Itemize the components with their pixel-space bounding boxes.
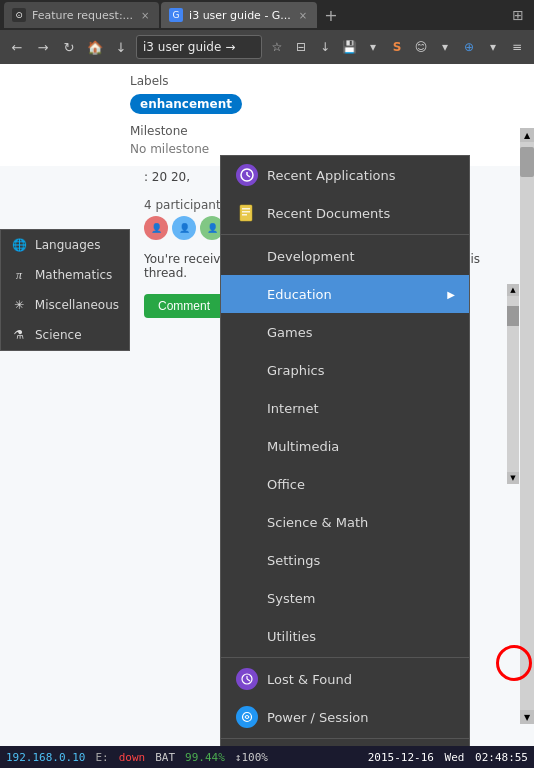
utilities-label: Utilities: [267, 629, 316, 644]
tab-grid-icon[interactable]: ⊞: [506, 3, 530, 27]
graphics-icon: [235, 358, 259, 382]
enhancement-badge: enhancement: [130, 94, 242, 114]
inner-scroll-thumb[interactable]: [507, 306, 519, 326]
science-math-label: Science & Math: [267, 515, 368, 530]
forward-button[interactable]: →: [32, 36, 54, 58]
menu-recent-docs[interactable]: Recent Documents: [221, 194, 469, 232]
tab-2-favicon: G: [169, 8, 183, 22]
multimedia-icon: [235, 434, 259, 458]
development-label: Development: [267, 249, 355, 264]
stumble-icon[interactable]: S: [386, 36, 408, 58]
bookmark-icon[interactable]: ☆: [266, 36, 288, 58]
menu-power-icons[interactable]: [221, 741, 469, 746]
go-button[interactable]: →: [225, 40, 235, 54]
scroll-thumb[interactable]: [520, 147, 534, 177]
tab-2-close[interactable]: ×: [297, 9, 309, 21]
games-icon: [235, 320, 259, 344]
bookmark-manager-icon[interactable]: 💾: [338, 36, 360, 58]
menu-divider-1: [221, 234, 469, 235]
recent-docs-icon: [235, 201, 259, 225]
menu-graphics[interactable]: Graphics: [221, 351, 469, 389]
graphics-label: Graphics: [267, 363, 324, 378]
red-circle-indicator: [496, 645, 532, 681]
menu-internet[interactable]: Internet: [221, 389, 469, 427]
nav-extras: ☆ ⊟ ↓ 💾 ▾ S 😊 ▾ ⊕ ▾ ≡: [266, 36, 528, 58]
tab-1[interactable]: ⊙ Feature request:... ×: [4, 2, 159, 28]
games-label: Games: [267, 325, 312, 340]
recent-docs-label: Recent Documents: [267, 206, 390, 221]
apps-icon[interactable]: ⊕: [458, 36, 480, 58]
inner-scrollbar[interactable]: ▲ ▼: [507, 284, 519, 484]
inner-scroll-down[interactable]: ▼: [507, 472, 519, 484]
education-label: Education: [267, 287, 332, 302]
nav-bar: ← → ↻ 🏠 ↓ i3 user guide → ☆ ⊟ ↓ 💾 ▾ S 😊 …: [0, 30, 534, 64]
github-content: Labels enhancement Milestone No mileston…: [0, 64, 534, 166]
menu-development[interactable]: Development: [221, 237, 469, 275]
menu-games[interactable]: Games: [221, 313, 469, 351]
back-button[interactable]: ←: [6, 36, 28, 58]
reader-icon[interactable]: ⊟: [290, 36, 312, 58]
office-label: Office: [267, 477, 305, 492]
mathematics-icon: π: [11, 267, 27, 283]
power-session-label: Power / Session: [267, 710, 369, 725]
tab-1-favicon: ⊙: [12, 8, 26, 22]
submenu-miscellaneous[interactable]: ✳ Miscellaneous: [1, 290, 129, 320]
main-menu: Recent Applications Recent Documents D: [220, 155, 470, 746]
education-icon: [235, 282, 259, 306]
url-text: i3 user guide: [143, 40, 221, 54]
tab-2[interactable]: G i3 user guide - G... ×: [161, 2, 317, 28]
svg-rect-5: [242, 211, 250, 213]
submenu-science[interactable]: ⚗ Science: [1, 320, 129, 350]
menu-settings[interactable]: Settings: [221, 541, 469, 579]
comment-button[interactable]: Comment: [144, 294, 224, 318]
multimedia-label: Multimedia: [267, 439, 339, 454]
label-section: Labels enhancement: [130, 74, 520, 114]
reload-button[interactable]: ↻: [58, 36, 80, 58]
emoji-icon[interactable]: 😊: [410, 36, 432, 58]
bookmark-drop-icon[interactable]: ▾: [362, 36, 384, 58]
tab-1-close[interactable]: ×: [139, 9, 151, 21]
submenu-mathematics-label: Mathematics: [35, 268, 112, 282]
emoji-drop-icon[interactable]: ▾: [434, 36, 456, 58]
status-datetime: 2015-12-16 Wed 02:48:55: [368, 751, 528, 764]
office-icon: [235, 472, 259, 496]
status-bar: 192.168.0.10 E: down BAT 99.44% ↕100% 20…: [0, 746, 534, 768]
url-bar[interactable]: i3 user guide →: [136, 35, 262, 59]
menu-system[interactable]: System: [221, 579, 469, 617]
menu-multimedia[interactable]: Multimedia: [221, 427, 469, 465]
menu-power-session[interactable]: Power / Session: [221, 698, 469, 736]
download-button[interactable]: ↓: [110, 36, 132, 58]
status-ip: 192.168.0.10: [6, 751, 85, 764]
system-label: System: [267, 591, 315, 606]
scroll-down-button[interactable]: ▼: [520, 710, 534, 724]
submenu-languages-label: Languages: [35, 238, 100, 252]
internet-icon: [235, 396, 259, 420]
svg-line-2: [247, 175, 250, 177]
scroll-up-button[interactable]: ▲: [520, 128, 534, 142]
labels-heading: Labels: [130, 74, 520, 88]
menu-icon[interactable]: ≡: [506, 36, 528, 58]
inner-scroll-up[interactable]: ▲: [507, 284, 519, 296]
tab-1-label: Feature request:...: [32, 9, 133, 22]
menu-utilities[interactable]: Utilities: [221, 617, 469, 655]
status-time-val: 02:48:55: [475, 751, 528, 764]
menu-recent-apps[interactable]: Recent Applications: [221, 156, 469, 194]
menu-science-math[interactable]: Science & Math: [221, 503, 469, 541]
milestone-section: Milestone No milestone: [130, 124, 520, 156]
left-submenu: 🌐 Languages π Mathematics ✳ Miscellaneou…: [0, 229, 130, 351]
new-tab-button[interactable]: +: [319, 3, 343, 27]
system-icon: [235, 586, 259, 610]
submenu-languages[interactable]: 🌐 Languages: [1, 230, 129, 260]
menu-lost-found[interactable]: Lost & Found: [221, 660, 469, 698]
page-scrollbar[interactable]: ▲ ▼: [520, 128, 534, 724]
status-bat-label: BAT: [155, 751, 175, 764]
download-icon[interactable]: ↓: [314, 36, 336, 58]
menu-office[interactable]: Office: [221, 465, 469, 503]
home-button[interactable]: 🏠: [84, 36, 106, 58]
recent-apps-icon: [235, 163, 259, 187]
menu-education[interactable]: Education ▶: [221, 275, 469, 313]
submenu-mathematics[interactable]: π Mathematics: [1, 260, 129, 290]
internet-label: Internet: [267, 401, 319, 416]
tab-bar: ⊙ Feature request:... × G i3 user guide …: [0, 0, 534, 30]
apps-drop-icon[interactable]: ▾: [482, 36, 504, 58]
